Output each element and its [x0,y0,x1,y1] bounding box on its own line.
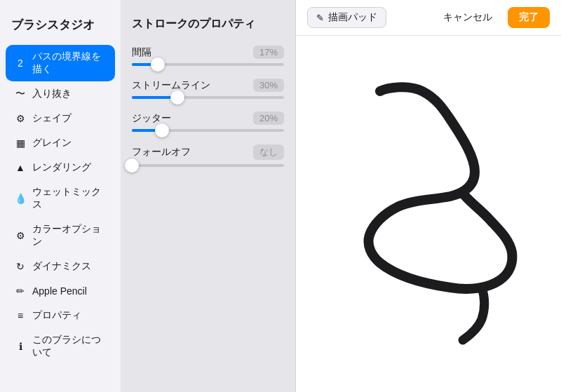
sidebar-item-wet-mix[interactable]: 💧ウェットミックス [6,180,115,217]
slider-track-spacing[interactable] [132,63,284,66]
sidebar-label-taper: 入り抜き [32,88,72,100]
sidebar-icon-properties: ≡ [14,309,27,322]
slider-row-falloff: フォールオフなし [132,144,284,160]
sidebar-label-grain: グレイン [32,137,72,149]
slider-group-streamline: ストリームライン30% [132,79,284,99]
sidebar-item-taper[interactable]: 〜入り抜き [6,82,115,106]
sidebar-icon-grain: ▦ [14,137,27,149]
sidebar-icon-apple-pencil: ✏ [14,285,27,297]
drawing-canvas[interactable] [296,36,561,392]
sidebar-label-apple-pencil: Apple Pencil [32,285,87,297]
sidebar-label-properties: プロパティ [32,309,81,322]
slider-label-streamline: ストリームライン [132,79,210,92]
canvas-area: ✎ 描画パッド キャンセル 完了 [296,0,561,392]
sidebar-label-wet-mix: ウェットミックス [32,186,107,211]
sidebar-icon-taper: 〜 [14,88,27,100]
slider-track-falloff[interactable] [132,164,284,167]
slider-row-streamline: ストリームライン30% [132,79,284,92]
sidebar-item-dynamics[interactable]: ↻ダイナミクス [6,255,115,278]
sidebar-title: ブラシスタジオ [0,11,121,44]
canvas-content [296,36,561,392]
slider-thumb-falloff[interactable] [125,158,139,173]
drawing-pad-button[interactable]: ✎ 描画パッド [307,7,386,28]
slider-label-jitter: ジッター [132,112,171,125]
done-button[interactable]: 完了 [508,7,550,28]
panel-title: ストロークのプロパティ [132,17,284,32]
sidebar-item-color-options[interactable]: ⚙カラーオプション [6,217,115,254]
slider-value-jitter: 20% [253,111,284,125]
slider-track-streamline[interactable] [132,96,284,99]
slider-group-falloff: フォールオフなし [132,144,284,167]
sidebar: ブラシスタジオ 2パスの境界線を描く〜入り抜き⚙シェイプ▦グレイン▲レンダリング… [0,0,121,392]
sidebar-icon-wet-mix: 💧 [14,192,27,205]
sidebar-icon-dynamics: ↻ [14,260,27,273]
sidebar-icon-about: ℹ [14,340,27,353]
slider-value-falloff: なし [253,144,284,160]
sidebar-item-properties[interactable]: ≡プロパティ [6,304,115,327]
slider-track-jitter[interactable] [132,129,284,132]
slider-value-streamline: 30% [253,79,284,92]
sidebar-item-rendering[interactable]: ▲レンダリング [6,156,115,180]
sidebar-label-rendering: レンダリング [32,161,91,174]
slider-label-falloff: フォールオフ [132,146,191,158]
header-actions: キャンセル 完了 [436,7,550,28]
sidebar-item-stroke-path[interactable]: 2パスの境界線を描く [6,45,115,81]
cancel-button[interactable]: キャンセル [436,7,499,28]
slider-thumb-streamline[interactable] [170,90,184,104]
slider-label-spacing: 間隔 [132,46,151,59]
slider-thumb-jitter[interactable] [155,123,169,137]
slider-row-spacing: 間隔17% [132,46,284,59]
slider-thumb-spacing[interactable] [151,58,165,72]
sidebar-item-shape[interactable]: ⚙シェイプ [6,107,115,130]
sidebar-label-shape: シェイプ [32,112,72,125]
sidebar-item-apple-pencil[interactable]: ✏Apple Pencil [6,279,115,303]
sidebar-icon-rendering: ▲ [14,161,27,174]
slider-group-spacing: 間隔17% [132,46,284,66]
sidebar-label-about: このブラシについて [32,334,107,359]
edit-icon: ✎ [316,13,324,23]
slider-value-spacing: 17% [253,46,284,59]
stroke-properties-panel: ストロークのプロパティ 間隔17%ストリームライン30%ジッター20%フォールオ… [121,0,296,392]
sidebar-icon-shape: ⚙ [14,112,27,125]
slider-row-jitter: ジッター20% [132,111,284,125]
drawing-pad-label: 描画パッド [328,11,377,24]
slider-group-jitter: ジッター20% [132,111,284,132]
sidebar-label-dynamics: ダイナミクス [32,260,91,273]
canvas-header: ✎ 描画パッド キャンセル 完了 [296,0,561,36]
sidebar-item-about[interactable]: ℹこのブラシについて [6,328,115,365]
sidebar-label-stroke-path: パスの境界線を描く [32,50,107,76]
sidebar-icon-stroke-path: 2 [14,57,27,69]
sidebar-item-grain[interactable]: ▦グレイン [6,131,115,155]
sidebar-icon-color-options: ⚙ [14,229,27,242]
sidebar-label-color-options: カラーオプション [32,223,107,248]
